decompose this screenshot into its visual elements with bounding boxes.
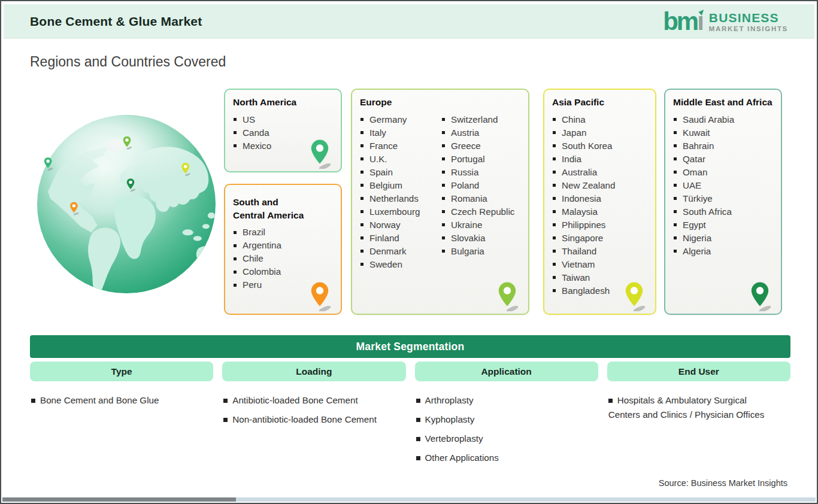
bullet-square-icon bbox=[674, 171, 677, 174]
segment-item: Arthroplasty bbox=[416, 393, 598, 408]
country-item: Kuwait bbox=[672, 126, 774, 139]
bullet-square-icon bbox=[553, 289, 556, 292]
bullet-square-icon bbox=[553, 197, 556, 200]
country-item: Austria bbox=[440, 126, 522, 139]
country-item: New Zealand bbox=[551, 179, 649, 192]
horizontal-scrollbar[interactable] bbox=[2, 497, 816, 502]
bullet-square-icon bbox=[553, 276, 556, 279]
country-item: Sweden bbox=[359, 258, 440, 271]
country-item: Belgium bbox=[359, 179, 440, 192]
bullet-square-icon bbox=[674, 157, 677, 160]
bullet-square-icon bbox=[31, 399, 35, 403]
segment-header-pill: End User bbox=[607, 362, 790, 381]
region-card-asia-pacific: Asia PacificChinaJapanSouth KoreaIndiaAu… bbox=[543, 89, 656, 315]
bullet-square-icon bbox=[674, 250, 677, 253]
country-item: Argentina bbox=[232, 239, 334, 252]
country-item: Norway bbox=[359, 218, 440, 232]
bullet-square-icon bbox=[360, 236, 363, 239]
region-card-south-central-america: South andCentral AmericaBrazilArgentinaC… bbox=[224, 184, 342, 315]
country-item: US bbox=[232, 113, 334, 126]
country-item: Romania bbox=[440, 192, 522, 205]
bullet-square-icon bbox=[442, 236, 445, 239]
country-item: Ukraine bbox=[440, 218, 522, 232]
country-item: Finland bbox=[359, 232, 440, 245]
bullet-square-icon bbox=[360, 263, 363, 266]
bullet-square-icon bbox=[674, 223, 677, 226]
country-item: UAE bbox=[672, 179, 774, 192]
country-item: Brazil bbox=[232, 226, 334, 239]
bmi-logo-text: BUSINESS MARKET INSIGHTS bbox=[709, 10, 788, 33]
country-item: Malaysia bbox=[551, 205, 649, 218]
bullet-square-icon bbox=[608, 399, 613, 403]
segment-column-loading: LoadingAntibiotic-loaded Bone CementNon-… bbox=[222, 362, 405, 470]
bullet-square-icon bbox=[553, 171, 556, 174]
bullet-square-icon bbox=[553, 118, 556, 121]
bullet-square-icon bbox=[674, 144, 677, 147]
country-item: Italy bbox=[359, 126, 440, 139]
location-pin-icon bbox=[748, 281, 772, 311]
country-item: Türkiye bbox=[672, 192, 774, 205]
region-card-middle-east-africa: Middle East and AfricaSaudi ArabiaKuwait… bbox=[664, 89, 782, 315]
bullet-square-icon bbox=[442, 250, 445, 253]
segment-column-application: ApplicationArthroplastyKyphoplastyVerteb… bbox=[415, 362, 598, 470]
country-item: Chile bbox=[232, 252, 334, 265]
region-title: Europe bbox=[360, 96, 522, 109]
bullet-square-icon bbox=[360, 184, 363, 187]
country-item: Germany bbox=[359, 113, 440, 126]
segment-column-end-user: End UserHospitals & Ambulatory Surgical … bbox=[607, 362, 790, 470]
location-pin-icon bbox=[622, 281, 646, 311]
segment-item: Non-antibiotic-loaded Bone Cement bbox=[223, 412, 405, 427]
country-item: Qatar bbox=[672, 153, 774, 166]
segment-item: Other Applications bbox=[416, 451, 598, 465]
logo-line2: MARKET INSIGHTS bbox=[709, 26, 788, 33]
country-item: Vietnam bbox=[551, 258, 649, 271]
bullet-square-icon bbox=[674, 118, 677, 121]
country-item: India bbox=[551, 153, 649, 166]
scrollbar-thumb[interactable] bbox=[2, 497, 236, 502]
bullet-square-icon bbox=[416, 456, 420, 460]
report-title: Bone Cement & Glue Market bbox=[30, 14, 202, 29]
country-item: Japan bbox=[551, 126, 649, 139]
bullet-square-icon bbox=[442, 184, 445, 187]
country-item: Saudi Arabia bbox=[672, 113, 774, 126]
segment-header-pill: Type bbox=[30, 362, 213, 381]
bullet-square-icon bbox=[360, 197, 363, 200]
globe-gloss-highlight bbox=[44, 116, 195, 186]
bullet-square-icon bbox=[234, 284, 237, 287]
bullet-square-icon bbox=[234, 271, 237, 274]
segment-column-type: TypeBone Cement and Bone Glue bbox=[30, 362, 213, 470]
bullet-square-icon bbox=[360, 223, 363, 226]
country-item: Portugal bbox=[440, 153, 522, 166]
bullet-square-icon bbox=[553, 263, 556, 266]
region-title: Middle East and Africa bbox=[673, 96, 774, 109]
country-item: China bbox=[551, 113, 649, 126]
logo-line1: BUSINESS bbox=[709, 11, 788, 24]
location-pin-icon bbox=[308, 281, 332, 311]
bullet-square-icon bbox=[442, 157, 445, 160]
segment-item: Vertebroplasty bbox=[416, 432, 598, 446]
bullet-square-icon bbox=[553, 223, 556, 226]
segment-item: Bone Cement and Bone Glue bbox=[31, 393, 213, 408]
bullet-square-icon bbox=[416, 418, 420, 422]
region-title: North America bbox=[233, 96, 334, 109]
bullet-square-icon bbox=[442, 210, 445, 213]
bullet-square-icon bbox=[234, 118, 237, 121]
country-item: Thailand bbox=[551, 245, 649, 258]
country-item: Nigeria bbox=[672, 232, 774, 245]
country-item: Russia bbox=[440, 166, 522, 179]
segmentation-bar: Market Segmentation bbox=[30, 335, 790, 358]
bullet-square-icon bbox=[234, 244, 237, 247]
bullet-square-icon bbox=[416, 437, 420, 441]
country-item: France bbox=[359, 139, 440, 153]
country-item: Luxembourg bbox=[359, 205, 440, 218]
bullet-square-icon bbox=[674, 197, 677, 200]
country-item: Egypt bbox=[672, 218, 774, 232]
segment-item: Kyphoplasty bbox=[416, 412, 598, 427]
logo-arrow-icon bbox=[698, 8, 705, 16]
location-pin-icon bbox=[495, 281, 519, 311]
region-title: South andCentral America bbox=[233, 196, 334, 221]
location-pin-icon bbox=[308, 139, 332, 169]
region-card-europe: EuropeGermanyItalyFranceU.K.SpainBelgium… bbox=[351, 89, 529, 315]
country-item: Spain bbox=[359, 166, 440, 179]
country-item: Australia bbox=[551, 166, 649, 179]
